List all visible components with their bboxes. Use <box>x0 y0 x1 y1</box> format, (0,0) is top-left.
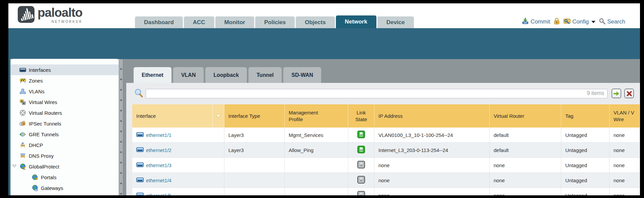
cell-interface-type <box>224 158 285 172</box>
cell-virtual-router: default <box>490 143 561 157</box>
svg-text:DNS: DNS <box>20 153 25 155</box>
sidebar-item-label: GRE Tunnels <box>29 132 59 137</box>
link-state-up-icon <box>357 146 365 154</box>
toolbar-band: ? Help <box>8 28 640 59</box>
interface-link[interactable]: ethernet1/1 <box>146 132 171 138</box>
sidebar-item-gateways[interactable]: Gateways <box>11 183 119 193</box>
column-header-tag[interactable]: Tag <box>561 104 610 128</box>
cell-interface-type <box>224 188 285 195</box>
filter-input[interactable] <box>146 89 607 98</box>
column-header-interface[interactable]: Interface <box>132 104 213 128</box>
table-row[interactable]: ethernet1/3 none none Untagged none <box>132 158 640 173</box>
sidebar-item-interfaces[interactable]: Interfaces <box>11 64 119 75</box>
expand-arrow-icon[interactable] <box>12 165 16 167</box>
ethernet-interface-icon <box>136 193 144 196</box>
paloalto-logo-icon <box>18 6 34 23</box>
table-row[interactable]: ethernet1/4 none none Untagged none <box>132 173 640 188</box>
tab-vlan[interactable]: VLAN <box>173 67 204 83</box>
brand-name: paloalto <box>38 6 82 19</box>
search-button[interactable]: Search <box>599 18 625 26</box>
dhcp-icon: IP <box>19 142 26 148</box>
cell-tag: Untagged <box>561 188 610 195</box>
sidebar-item-label: Virtual Wires <box>29 99 57 105</box>
cell-tag: Untagged <box>561 173 610 188</box>
config-menu-button[interactable]: Config <box>563 17 595 26</box>
column-header-vlan-virtual-wire[interactable]: VLAN / VWire <box>610 104 640 128</box>
link-state-down-icon <box>357 191 365 195</box>
svg-text:IP: IP <box>21 142 24 145</box>
ethernet-interface-icon <box>136 162 144 168</box>
cell-management-profile <box>285 158 348 172</box>
tab-ethernet[interactable]: Ethernet <box>134 67 171 83</box>
cell-vlan: none <box>610 158 640 172</box>
link-state-up-icon <box>357 131 365 139</box>
cell-tag: Untagged <box>561 158 610 172</box>
interface-link[interactable]: ethernet1/2 <box>146 147 171 153</box>
tab-sdwan[interactable]: SD-WAN <box>283 67 321 83</box>
column-header-virtual-router[interactable]: Virtual Router <box>490 104 561 128</box>
sidebar-item-zones[interactable]: Zones <box>11 75 119 86</box>
link-state-down-icon <box>357 176 365 185</box>
sort-dropdown[interactable] <box>213 104 224 128</box>
interfaces-icon <box>19 66 26 73</box>
tab-tunnel[interactable]: Tunnel <box>248 67 282 83</box>
table-row[interactable]: ethernet1/1 Layer3 Mgmt_Services VLAN010… <box>132 128 640 143</box>
cell-management-profile <box>285 173 348 188</box>
panos-app-window: paloalto NETWORKS® Dashboard ACC Monitor… <box>8 3 640 195</box>
apply-filter-button[interactable] <box>612 89 621 98</box>
cell-vlan: none <box>610 173 640 188</box>
lock-icon[interactable] <box>554 17 560 26</box>
cell-management-profile: Mgmt_Services <box>285 128 348 142</box>
column-header-management-profile[interactable]: Management Profile <box>285 104 348 128</box>
clear-filter-button[interactable] <box>624 89 634 98</box>
column-header-link-state[interactable]: Link State <box>348 104 374 128</box>
sidebar-item-gre-tunnels[interactable]: GRE Tunnels <box>11 129 119 140</box>
sidebar-item-dns-proxy[interactable]: DNS DNS Proxy <box>11 150 119 161</box>
tab-objects[interactable]: Objects <box>296 16 335 28</box>
config-label: Config <box>572 18 589 25</box>
cell-ip-address: none <box>374 173 490 188</box>
cell-virtual-router: none <box>490 188 561 195</box>
tab-policies[interactable]: Policies <box>255 16 295 28</box>
cell-management-profile: Allow_Ping <box>285 143 348 157</box>
tab-loopback[interactable]: Loopback <box>205 67 247 83</box>
sidebar-item-dhcp[interactable]: IP DHCP <box>11 140 119 150</box>
globalprotect-icon <box>19 163 26 170</box>
sidebar-item-label: Gateways <box>41 185 63 191</box>
column-header-interface-type[interactable]: Interface Type <box>224 104 285 128</box>
cell-vlan: none <box>610 143 640 157</box>
sidebar-item-ipsec-tunnels[interactable]: IPSec Tunnels <box>11 118 119 129</box>
commit-button[interactable]: Commit <box>522 17 550 26</box>
sidebar-item-virtual-wires[interactable]: Virtual Wires <box>11 97 119 107</box>
sidebar-item-portals[interactable]: Portals <box>11 172 119 183</box>
tab-network[interactable]: Network <box>336 15 376 28</box>
tab-device[interactable]: Device <box>377 16 414 28</box>
commit-icon <box>522 17 529 26</box>
cell-vlan: none <box>610 128 640 142</box>
filter-row: 9 items <box>126 83 640 103</box>
sidebar-item-label: DHCP <box>29 142 43 148</box>
tab-dashboard[interactable]: Dashboard <box>135 16 183 28</box>
sidebar-item-virtual-routers[interactable]: Virtual Routers <box>11 107 119 118</box>
table-row[interactable]: ethernet1/5 none none Untagged none <box>132 188 640 195</box>
ethernet-interface-icon <box>136 147 144 153</box>
column-header-ip-address[interactable]: IP Address <box>374 104 490 128</box>
interface-type-tabs: Ethernet VLAN Loopback Tunnel SD-WAN <box>134 67 321 83</box>
main-content: Ethernet VLAN Loopback Tunnel SD-WAN 9 i… <box>123 59 640 195</box>
cell-vlan: none <box>610 188 640 195</box>
sidebar-item-vlans[interactable]: VLANs <box>11 86 119 97</box>
interface-link[interactable]: ethernet1/4 <box>146 178 171 183</box>
panel-splitter[interactable] <box>119 59 123 195</box>
ethernet-pane: 9 items Interface <box>126 83 640 195</box>
sidebar-item-globalprotect[interactable]: GlobalProtect <box>11 161 119 172</box>
table-row[interactable]: ethernet1/2 Layer3 Allow_Ping Internet_L… <box>132 143 640 158</box>
tab-acc[interactable]: ACC <box>184 16 214 28</box>
virtual-wires-icon <box>19 99 26 105</box>
interface-link[interactable]: ethernet1/5 <box>146 193 171 196</box>
interface-link[interactable]: ethernet1/3 <box>146 162 171 168</box>
virtual-routers-icon <box>19 109 26 116</box>
sidebar-item-label: IPSec Tunnels <box>29 121 61 127</box>
top-header: paloalto NETWORKS® Dashboard ACC Monitor… <box>8 3 640 28</box>
sidebar-item-label: Zones <box>29 78 43 84</box>
tab-monitor[interactable]: Monitor <box>215 16 254 28</box>
